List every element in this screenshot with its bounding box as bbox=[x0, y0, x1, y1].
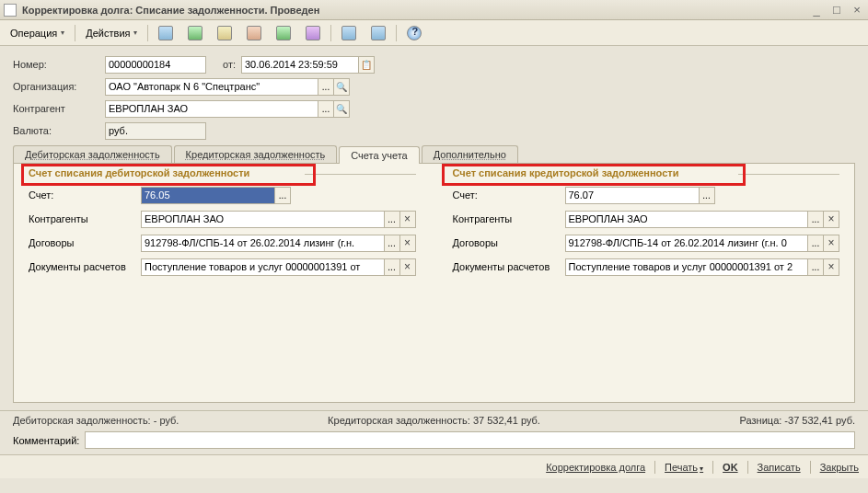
group-debitor-title: Счет списания дебиторской задолженности bbox=[29, 167, 253, 178]
tab-additional[interactable]: Дополнительно bbox=[422, 145, 518, 163]
tab-content: Счет списания дебиторской задолженности … bbox=[13, 164, 855, 403]
tb-icon-2[interactable] bbox=[181, 23, 209, 43]
form-area: Номер: от: Организация: Контрагент Валют… bbox=[0, 46, 868, 410]
left-contr-clear[interactable] bbox=[399, 211, 416, 228]
org-select-button[interactable] bbox=[318, 78, 334, 96]
diff-sum: Разница: -37 532,41 руб. bbox=[574, 415, 855, 426]
right-dog-select[interactable] bbox=[807, 235, 824, 252]
from-label: от: bbox=[223, 59, 236, 70]
right-acc-select[interactable] bbox=[699, 187, 715, 204]
left-acc-label: Счет: bbox=[29, 189, 141, 201]
right-docs-select[interactable] bbox=[807, 258, 824, 276]
close-window-button[interactable]: Закрыть bbox=[820, 462, 859, 473]
left-docs-label: Документы расчетов bbox=[29, 261, 141, 272]
comment-field[interactable] bbox=[85, 431, 855, 449]
help-button[interactable] bbox=[400, 23, 428, 43]
left-acc-field[interactable] bbox=[141, 187, 275, 204]
calendar-button[interactable] bbox=[358, 56, 375, 74]
contr-field[interactable] bbox=[105, 100, 318, 118]
close-button[interactable]: × bbox=[850, 3, 864, 17]
left-docs-clear[interactable] bbox=[399, 258, 416, 276]
currency-field bbox=[105, 122, 206, 140]
toolbar: Операция Действия bbox=[0, 20, 868, 46]
tb-icon-7[interactable] bbox=[335, 23, 363, 43]
left-dog-clear[interactable] bbox=[399, 235, 416, 252]
app-icon bbox=[4, 4, 17, 17]
button-bar: Корректировка долга Печать OK Записать З… bbox=[0, 454, 868, 478]
tabs: Дебиторская задолженность Кредиторская з… bbox=[13, 145, 855, 164]
tb-icon-5[interactable] bbox=[270, 23, 297, 43]
titlebar: Корректировка долга: Списание задолженно… bbox=[0, 0, 868, 20]
right-dog-clear[interactable] bbox=[823, 235, 839, 252]
number-field[interactable] bbox=[105, 56, 206, 74]
left-contr-field[interactable] bbox=[141, 211, 385, 228]
maximize-button[interactable]: □ bbox=[829, 3, 844, 17]
left-acc-select[interactable] bbox=[274, 187, 291, 204]
ok-button[interactable]: OK bbox=[723, 462, 738, 473]
debitor-sum: Дебиторская задолженность: - руб. bbox=[13, 415, 294, 426]
contr-select-button[interactable] bbox=[318, 100, 334, 118]
contr-search-button[interactable] bbox=[333, 100, 350, 118]
left-dog-field[interactable] bbox=[141, 235, 385, 252]
tab-debitor[interactable]: Дебиторская задолженность bbox=[13, 145, 172, 163]
group-creditor-writeoff: Счет списания кредиторской задолженности… bbox=[453, 177, 840, 393]
doc-link[interactable]: Корректировка долга bbox=[546, 462, 645, 473]
actions-menu[interactable]: Действия bbox=[79, 25, 144, 41]
date-field[interactable] bbox=[241, 56, 359, 74]
comment-label: Комментарий: bbox=[13, 435, 79, 446]
right-docs-field[interactable] bbox=[565, 258, 809, 276]
right-contr-field[interactable] bbox=[565, 211, 809, 228]
right-docs-label: Документы расчетов bbox=[453, 261, 565, 272]
left-contr-select[interactable] bbox=[384, 211, 400, 228]
org-search-button[interactable] bbox=[333, 78, 350, 96]
right-contr-clear[interactable] bbox=[823, 211, 839, 228]
right-contr-label: Контрагенты bbox=[453, 213, 565, 224]
minimize-button[interactable]: _ bbox=[809, 3, 824, 17]
tb-icon-4[interactable] bbox=[240, 23, 268, 43]
left-dog-label: Договоры bbox=[29, 237, 141, 248]
creditor-sum: Кредиторская задолженность: 37 532,41 ру… bbox=[294, 415, 574, 426]
org-label: Организация: bbox=[13, 81, 105, 92]
left-docs-field[interactable] bbox=[141, 258, 385, 276]
right-dog-label: Договоры bbox=[453, 237, 565, 248]
right-acc-label: Счет: bbox=[453, 189, 565, 201]
right-docs-clear[interactable] bbox=[823, 258, 839, 276]
left-docs-select[interactable] bbox=[384, 258, 400, 276]
group-creditor-title: Счет списания кредиторской задолженности bbox=[453, 167, 683, 178]
tb-icon-6[interactable] bbox=[299, 23, 327, 43]
right-acc-field[interactable] bbox=[565, 187, 700, 204]
comment-row: Комментарий: bbox=[0, 430, 868, 454]
currency-label: Валюта: bbox=[13, 125, 105, 136]
tb-icon-3[interactable] bbox=[211, 23, 238, 43]
contr-label: Контрагент bbox=[13, 103, 105, 114]
right-dog-field[interactable] bbox=[565, 235, 809, 252]
tb-icon-1[interactable] bbox=[152, 23, 179, 43]
org-field[interactable] bbox=[105, 78, 318, 96]
number-label: Номер: bbox=[13, 59, 105, 70]
print-button[interactable]: Печать bbox=[665, 462, 703, 473]
save-button[interactable]: Записать bbox=[758, 462, 801, 473]
window-title: Корректировка долга: Списание задолженно… bbox=[22, 5, 809, 16]
left-dog-select[interactable] bbox=[384, 235, 400, 252]
operation-menu[interactable]: Операция bbox=[4, 25, 71, 41]
group-debitor-writeoff: Счет списания дебиторской задолженности … bbox=[29, 177, 416, 393]
left-contr-label: Контрагенты bbox=[29, 213, 141, 224]
right-contr-select[interactable] bbox=[807, 211, 824, 228]
summary-bar: Дебиторская задолженность: - руб. Кредит… bbox=[0, 410, 868, 430]
tb-icon-8[interactable] bbox=[365, 23, 392, 43]
tab-accounts[interactable]: Счета учета bbox=[339, 146, 419, 164]
tab-creditor[interactable]: Кредиторская задолженность bbox=[174, 145, 338, 163]
